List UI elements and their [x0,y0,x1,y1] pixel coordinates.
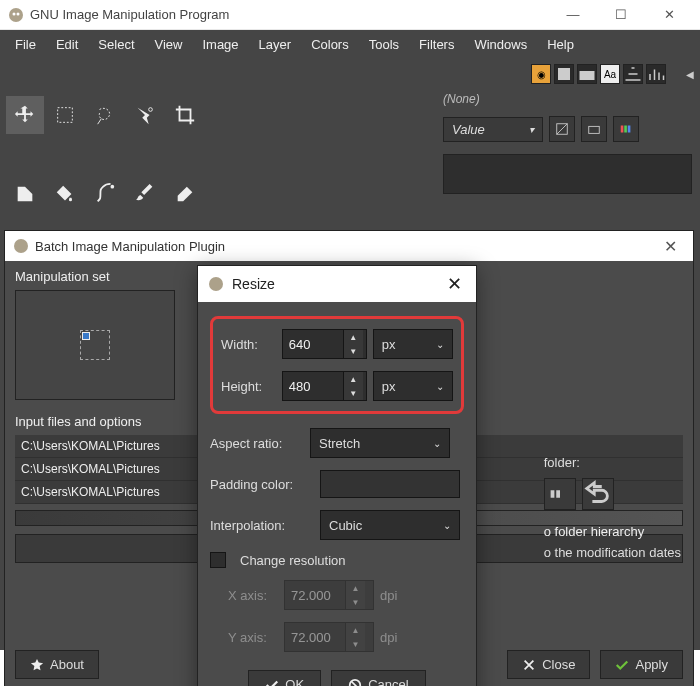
main-titlebar: GNU Image Manipulation Program — ☐ ✕ [0,0,700,30]
folder-label: folder: [544,455,681,470]
svg-rect-4 [580,71,595,80]
transform-tool[interactable] [6,175,44,213]
fuzzy-select-tool[interactable] [126,96,164,134]
bimp-titlebar: Batch Image Manipulation Plugin ✕ [5,231,693,261]
tab-text-icon[interactable]: Aa [600,64,620,84]
manipulation-preview[interactable] [15,290,175,400]
folder-button[interactable] [544,478,576,510]
svg-rect-15 [556,490,560,498]
menu-view[interactable]: View [146,33,192,56]
about-label: About [50,657,84,672]
height-step-down[interactable]: ▼ [343,386,363,400]
tab-icon-1[interactable]: ◉ [531,64,551,84]
svg-rect-3 [558,68,570,80]
svg-point-0 [9,8,23,22]
apply-button[interactable]: Apply [600,650,683,679]
ok-button[interactable]: OK [248,670,321,686]
height-input[interactable]: ▲▼ [282,371,367,401]
eraser-tool[interactable] [166,175,204,213]
interpolation-select[interactable]: Cubic⌄ [320,510,460,540]
menu-tools[interactable]: Tools [360,33,408,56]
rect-select-tool[interactable] [46,96,84,134]
resize-manipulation-icon [80,330,110,360]
dimensions-highlight: Width: ▲▼ px⌄ Height: ▲▼ px⌄ [210,316,464,414]
svg-rect-14 [550,490,554,498]
cancel-icon [348,678,362,687]
width-label: Width: [221,337,276,352]
move-tool[interactable] [6,96,44,134]
about-button[interactable]: About [15,650,99,679]
svg-rect-9 [589,126,600,133]
height-step-up[interactable]: ▲ [343,372,363,386]
resize-title: Resize [232,276,442,292]
unit-label: px [382,337,396,352]
value-select[interactable]: Value▾ [443,117,543,142]
tab-menu-icon[interactable]: ◀ [686,69,694,80]
svg-point-16 [209,277,223,291]
tab-icon-3[interactable] [577,64,597,84]
width-unit-select[interactable]: px⌄ [373,329,453,359]
mod-dates-text: o the modification dates [544,545,681,560]
menu-help[interactable]: Help [538,33,583,56]
chevron-down-icon: ⌄ [436,339,444,350]
crop-tool[interactable] [166,96,204,134]
star-icon [30,658,44,672]
height-field[interactable] [283,379,343,394]
paintbrush-tool[interactable] [126,175,164,213]
apply-label: Apply [635,657,668,672]
svg-rect-10 [621,126,624,133]
cancel-button[interactable]: Cancel [331,670,425,686]
change-resolution-checkbox[interactable] [210,552,226,568]
menu-windows[interactable]: Windows [465,33,536,56]
resize-titlebar: Resize ✕ [198,266,476,302]
width-step-down[interactable]: ▼ [343,344,363,358]
menubar: File Edit Select View Image Layer Colors… [0,30,700,58]
x-icon [522,658,536,672]
menu-colors[interactable]: Colors [302,33,358,56]
menu-edit[interactable]: Edit [47,33,87,56]
close-button[interactable]: Close [507,650,590,679]
aspect-value: Stretch [319,436,360,451]
chevron-down-icon: ▾ [529,124,534,135]
resize-close-button[interactable]: ✕ [442,273,466,295]
check-icon [615,658,629,672]
svg-rect-11 [624,126,627,133]
svg-rect-12 [628,126,631,133]
bimp-title: Batch Image Manipulation Plugin [35,239,655,254]
tab-icon-5[interactable] [623,64,643,84]
height-unit-select[interactable]: px⌄ [373,371,453,401]
padding-color-swatch[interactable] [320,470,460,498]
y-axis-field [285,630,345,645]
close-button[interactable]: ✕ [646,0,692,30]
bimp-close-button[interactable]: ✕ [655,237,685,256]
menu-image[interactable]: Image [193,33,247,56]
panel-icon-3[interactable] [613,116,639,142]
panel-icon-1[interactable] [549,116,575,142]
gimp-icon [13,238,29,254]
menu-select[interactable]: Select [89,33,143,56]
aspect-select[interactable]: Stretch⌄ [310,428,450,458]
bucket-fill-tool[interactable] [46,175,84,213]
close-label: Close [542,657,575,672]
width-field[interactable] [283,337,343,352]
width-input[interactable]: ▲▼ [282,329,367,359]
menu-layer[interactable]: Layer [250,33,301,56]
x-axis-field [285,588,345,603]
menu-file[interactable]: File [6,33,45,56]
maximize-button[interactable]: ☐ [598,0,644,30]
x-axis-input: ▲▼ [284,580,374,610]
menu-filters[interactable]: Filters [410,33,463,56]
panel-icon-2[interactable] [581,116,607,142]
svg-rect-5 [58,108,73,123]
minimize-button[interactable]: — [550,0,596,30]
free-select-tool[interactable] [86,96,124,134]
tab-icon-2[interactable] [554,64,574,84]
tab-histogram-icon[interactable] [646,64,666,84]
width-step-up[interactable]: ▲ [343,330,363,344]
chevron-down-icon: ⌄ [436,381,444,392]
change-resolution-label: Change resolution [240,553,346,568]
gradient-tool[interactable] [86,175,124,213]
toolstrip: ◉ Aa ◀ [0,58,700,90]
undo-button[interactable] [582,478,614,510]
svg-point-1 [13,12,16,15]
